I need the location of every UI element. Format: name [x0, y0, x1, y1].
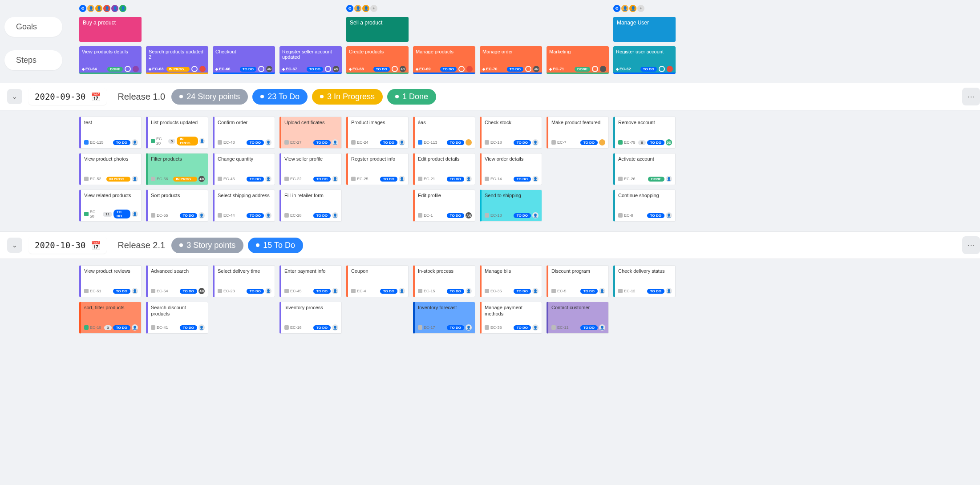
story-card[interactable]: áasEC-113TO DO — [413, 117, 475, 149]
calendar-icon[interactable]: 📅 — [91, 241, 101, 250]
story-card[interactable]: Remove accountEC-798TO DODD — [613, 117, 676, 149]
persona-avatar[interactable]: 👤 — [362, 5, 369, 12]
unassigned-icon[interactable]: 👤 — [532, 288, 539, 294]
step-card[interactable]: Search products updated 2EC-63IN PROG... — [146, 46, 208, 74]
story-card[interactable]: Product imagesEC-24TO DO👤 — [346, 117, 409, 149]
story-card[interactable]: View product photosEC-52IN PROG...👤 — [79, 153, 142, 185]
story-card[interactable]: Check stockEC-18TO DO👤 — [480, 117, 542, 149]
more-actions-button[interactable]: ⋯ — [962, 88, 980, 105]
story-card[interactable]: View product reviewsEC-51TO DO👤 — [79, 265, 142, 297]
add-persona-icon[interactable]: + — [370, 5, 377, 12]
unassigned-icon[interactable]: 👤 — [198, 212, 205, 218]
release-name[interactable]: Release 1.0 — [117, 92, 165, 102]
assignee-avatar[interactable] — [133, 66, 139, 72]
assignee-avatar[interactable]: AN — [466, 212, 472, 218]
unassigned-icon[interactable]: 👤 — [265, 176, 271, 182]
persona-avatar[interactable]: 👤 — [95, 5, 102, 12]
story-card[interactable]: Inventory forecastEC-17TO DO👤 — [413, 302, 475, 334]
goal-card[interactable]: Manage User — [613, 17, 676, 42]
step-card[interactable]: MarketingEC-71DONE — [547, 46, 609, 74]
step-card[interactable]: Manage productsEC-69TO DO — [413, 46, 475, 74]
unassigned-icon[interactable]: 👤 — [666, 176, 672, 182]
unassigned-icon[interactable]: 👤 — [599, 324, 605, 331]
unassigned-icon[interactable]: 👤 — [132, 324, 138, 331]
story-card[interactable]: Enter payment infoEC-45TO DO👤 — [279, 265, 342, 297]
unassigned-icon[interactable]: 👤 — [466, 176, 472, 182]
stat-pill[interactable]: 1 Done — [387, 89, 436, 105]
story-card[interactable]: Edit profileEC-1TO DOAN — [413, 190, 475, 222]
unassigned-icon[interactable]: 👤 — [332, 139, 338, 146]
persona-avatar[interactable]: 👤 — [119, 5, 126, 12]
persona-avatar[interactable]: 👤 — [87, 5, 94, 12]
unassigned-icon[interactable]: 👤 — [466, 288, 472, 294]
unassigned-icon[interactable]: 👤 — [532, 139, 539, 146]
unassigned-icon[interactable]: 👤 — [332, 212, 338, 218]
step-card[interactable]: Register seller account updatedEC-67TO D… — [279, 46, 342, 74]
unassigned-icon[interactable]: 👤 — [132, 176, 138, 182]
gear-icon[interactable]: ⚙ — [79, 5, 86, 12]
story-card[interactable]: Regster product infoEC-25TO DO👤 — [346, 153, 409, 185]
story-card[interactable]: Manage bilsEC-35TO DO👤 — [480, 265, 542, 297]
step-card[interactable]: Register user accountEC-62TO DO — [613, 46, 676, 74]
story-card[interactable]: Filter productsEC-56IN PROG...AN — [146, 153, 208, 185]
unassigned-icon[interactable]: 👤 — [532, 324, 539, 331]
unassigned-icon[interactable]: 👤 — [199, 138, 205, 144]
story-card[interactable]: Sort productsEC-55TO DO👤 — [146, 190, 208, 222]
gear-icon[interactable]: ⚙ — [613, 5, 620, 12]
story-card[interactable]: Select delivery timeEC-23TO DO👤 — [213, 265, 275, 297]
story-card[interactable]: sort, filter productsEC-193TO DO👤 — [79, 302, 142, 334]
unassigned-icon[interactable]: 👤 — [265, 139, 271, 146]
unassigned-icon[interactable]: 👤 — [666, 212, 672, 218]
story-card[interactable]: Search discount productsEC-41TO DO👤 — [146, 302, 208, 334]
story-card[interactable]: View order detailsEC-14TO DO👤 — [480, 153, 542, 185]
stat-pill[interactable]: 24 Story points — [171, 89, 248, 105]
step-card[interactable]: View products detailsEC-64DONE — [79, 46, 142, 74]
story-card[interactable]: View seller profileEC-22TO DO👤 — [279, 153, 342, 185]
release-date[interactable]: 2020-10-30📅 — [28, 237, 107, 254]
assignee-avatar[interactable]: AN — [198, 176, 205, 182]
stat-pill[interactable]: 3 Story points — [171, 238, 243, 253]
story-card[interactable]: Upload certificatesEC-27TO DO👤 — [279, 117, 342, 149]
release-date[interactable]: 2020-09-30📅 — [28, 88, 107, 105]
calendar-icon[interactable]: 📅 — [91, 92, 101, 101]
assignee-avatar[interactable]: DD — [666, 139, 672, 146]
collapse-button[interactable]: ⌄ — [7, 89, 22, 104]
unassigned-icon[interactable]: 👤 — [132, 139, 138, 146]
collapse-button[interactable]: ⌄ — [7, 238, 22, 253]
persona-avatar[interactable]: 👤 — [629, 5, 636, 12]
unassigned-icon[interactable]: 👤 — [466, 324, 472, 331]
step-card[interactable]: CheckoutEC-66TO DOAN — [213, 46, 275, 74]
assignee-avatar[interactable] — [199, 66, 206, 72]
unassigned-icon[interactable]: 👤 — [132, 211, 138, 217]
assignee-avatar[interactable]: AN — [198, 288, 205, 294]
unassigned-icon[interactable]: 👤 — [332, 288, 338, 294]
assignee-avatar[interactable]: AN — [333, 66, 339, 72]
goal-card[interactable]: Buy a product — [79, 17, 142, 42]
unassigned-icon[interactable]: 👤 — [265, 288, 271, 294]
story-card[interactable]: Manage payment methodsEC-36TO DO👤 — [480, 302, 542, 334]
story-card[interactable]: In-stock processEC-15TO DO👤 — [413, 265, 475, 297]
story-card[interactable]: CouponEC-4TO DO👤 — [346, 265, 409, 297]
assignee-avatar[interactable] — [599, 139, 605, 146]
assignee-avatar[interactable]: AN — [400, 66, 406, 72]
more-actions-button[interactable]: ⋯ — [962, 236, 980, 254]
stat-pill[interactable]: 3 In Progress — [312, 89, 383, 105]
story-card[interactable]: testEC-115TO DO👤 — [79, 117, 142, 149]
unassigned-icon[interactable]: 👤 — [332, 324, 338, 331]
unassigned-icon[interactable]: 👤 — [666, 288, 672, 294]
assignee-avatar[interactable] — [600, 66, 606, 72]
unassigned-icon[interactable]: 👤 — [532, 212, 539, 218]
step-card[interactable]: Manage orderEC-70TO DOAN — [480, 46, 542, 74]
story-card[interactable]: Make product featuredEC-7TO DO — [547, 117, 609, 149]
assignee-avatar[interactable] — [466, 139, 472, 146]
unassigned-icon[interactable]: 👤 — [332, 176, 338, 182]
unassigned-icon[interactable]: 👤 — [399, 176, 405, 182]
unassigned-icon[interactable]: 👤 — [532, 176, 539, 182]
persona-avatar[interactable]: 👤 — [103, 5, 110, 12]
step-card[interactable]: Create productsEC-68TO DOAN — [346, 46, 409, 74]
release-name[interactable]: Release 2.1 — [117, 240, 165, 251]
story-card[interactable]: Contact customerEC-11TO DO👤 — [547, 302, 609, 334]
story-card[interactable]: Continue shoppingEC-8TO DO👤 — [613, 190, 676, 222]
add-persona-icon[interactable]: + — [637, 5, 644, 12]
unassigned-icon[interactable]: 👤 — [198, 324, 205, 331]
